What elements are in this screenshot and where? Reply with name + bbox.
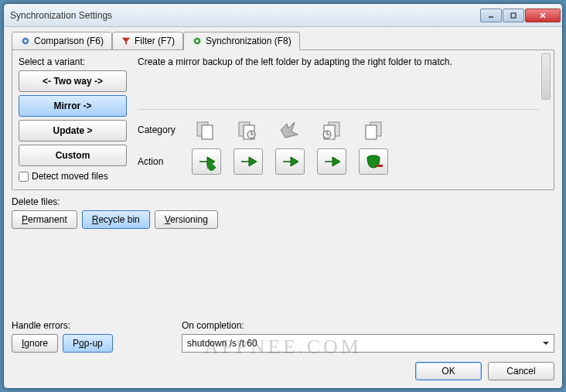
on-completion-section: On completion: shutdown /s /t 60 (182, 320, 554, 353)
action-row: Action (138, 148, 547, 175)
ok-button[interactable]: OK (415, 362, 482, 380)
window-title: Synchronization Settings (10, 10, 480, 21)
action-copy-right-2[interactable] (275, 148, 305, 175)
svg-point-7 (196, 39, 199, 43)
delete-recycle-button[interactable]: Recycle bin (82, 210, 150, 229)
variant-update[interactable]: Update > (19, 120, 127, 141)
right-panel: Create a mirror backup of the left folde… (138, 56, 547, 182)
variant-custom[interactable]: Custom (19, 145, 127, 166)
file-new-right-icon (359, 118, 387, 142)
sync-config-panel: Select a variant: <- Two way -> Mirror -… (12, 49, 554, 190)
divider (138, 109, 547, 110)
file-new-left-icon (192, 118, 220, 142)
detect-moved-checkbox[interactable] (19, 172, 29, 182)
maximize-button[interactable] (503, 9, 524, 22)
errors-ignore-button[interactable]: Ignore (12, 334, 58, 353)
category-label: Category (138, 124, 184, 135)
tab-filter[interactable]: Filter (F7) (112, 32, 183, 50)
minimize-button[interactable] (480, 9, 502, 22)
on-completion-label: On completion: (182, 320, 554, 331)
svg-rect-9 (202, 125, 213, 139)
svg-rect-26 (377, 165, 383, 167)
detect-moved-files[interactable]: Detect moved files (19, 171, 127, 182)
svg-rect-24 (207, 166, 216, 169)
category-row: Category (138, 118, 547, 142)
on-completion-value: shutdown /s /t 60 (187, 338, 257, 349)
tab-label: Comparison (F6) (34, 36, 104, 46)
handle-errors-section: Handle errors: Ignore Pop-up (12, 320, 159, 353)
tab-synchronization[interactable]: Synchronization (F8) (183, 32, 300, 50)
action-delete-right[interactable] (359, 148, 388, 175)
tab-label: Filter (F7) (135, 36, 175, 46)
svg-rect-1 (511, 13, 516, 18)
client-area: Comparison (F6) Filter (F7) Synchronizat… (4, 27, 562, 388)
handle-errors-label: Handle errors: (12, 320, 159, 331)
variant-label: Select a variant: (19, 56, 127, 67)
window-buttons (480, 9, 561, 22)
file-newer-left-icon (234, 118, 261, 142)
close-button[interactable] (525, 9, 561, 22)
delete-files-label: Delete files: (12, 196, 554, 207)
tab-bar: Comparison (F6) Filter (F7) Synchronizat… (12, 32, 554, 50)
funnel-red-icon (121, 36, 131, 46)
delete-permanent-button[interactable]: Permanent (12, 210, 77, 229)
scrollbar[interactable] (540, 52, 552, 188)
svg-point-5 (24, 39, 27, 43)
delete-versioning-button[interactable]: Versioning (155, 210, 218, 229)
action-copy-right-3[interactable] (317, 148, 346, 175)
on-completion-combo[interactable]: shutdown /s /t 60 (182, 334, 554, 353)
file-newer-right-icon (317, 118, 345, 142)
tab-label: Synchronization (F8) (206, 36, 292, 46)
detect-moved-label: Detect moved files (32, 171, 108, 182)
action-copy-create-right[interactable] (192, 148, 221, 175)
variant-panel: Select a variant: <- Two way -> Mirror -… (19, 56, 127, 182)
svg-rect-21 (366, 125, 377, 139)
scroll-thumb[interactable] (541, 53, 551, 100)
tab-comparison[interactable]: Comparison (F6) (12, 32, 112, 50)
settings-window: Synchronization Settings Comparison (F6)… (3, 3, 563, 389)
errors-popup-button[interactable]: Pop-up (63, 334, 113, 353)
variant-two-way[interactable]: <- Two way -> (19, 70, 127, 92)
variant-description: Create a mirror backup of the left folde… (138, 56, 547, 101)
delete-files-section: Delete files: Permanent Recycle bin Vers… (12, 196, 554, 229)
gear-blue-icon (20, 36, 31, 46)
conflict-icon (275, 118, 303, 142)
gear-green-icon (192, 36, 203, 46)
action-label: Action (138, 156, 184, 167)
cancel-button[interactable]: Cancel (488, 362, 554, 380)
variant-mirror[interactable]: Mirror -> (19, 95, 127, 117)
dialog-footer: OK Cancel (12, 362, 554, 380)
bottom-row: Handle errors: Ignore Pop-up On completi… (12, 314, 554, 353)
action-copy-right-1[interactable] (234, 148, 263, 175)
titlebar: Synchronization Settings (4, 4, 562, 27)
